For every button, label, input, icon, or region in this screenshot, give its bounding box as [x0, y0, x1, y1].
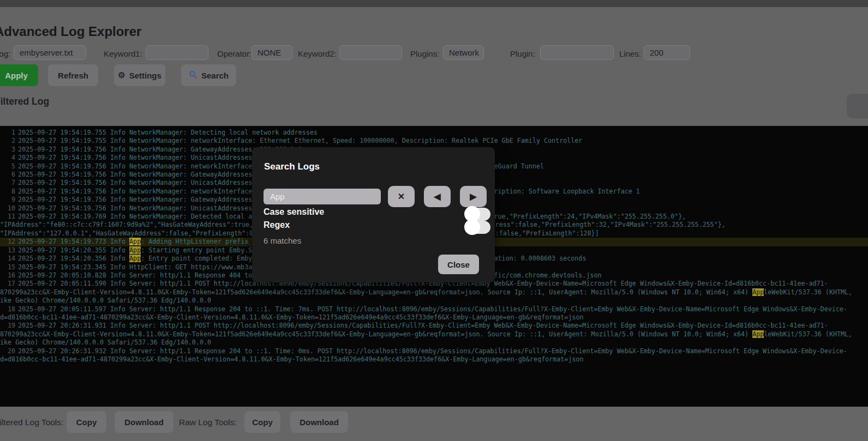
raw-download-button[interactable]: Download	[290, 411, 348, 433]
refresh-button[interactable]: Refresh	[48, 64, 98, 86]
log-row: 870299a23cc&X-Emby-Client-Version=4.8.11…	[0, 288, 868, 297]
case-sensitive-label: Case sensitive	[264, 207, 324, 217]
match-highlight: App	[129, 246, 141, 254]
close-modal-button[interactable]: Close	[438, 255, 479, 274]
close-x-icon: ✕	[398, 191, 405, 202]
footer-toolbar: Filtered Log Tools: Copy Download Raw Lo…	[0, 407, 868, 441]
keyword1-input[interactable]	[146, 45, 208, 60]
next-arrow-icon: ▶	[470, 191, 476, 202]
plugin-label: Plugin:	[510, 49, 535, 58]
log-row: 12025-09-27 19:54:19.755 Info NetworkMan…	[0, 129, 868, 137]
search-button[interactable]: Search	[181, 64, 236, 86]
regex-toggle[interactable]	[465, 221, 490, 234]
toggle-knob	[464, 219, 480, 235]
keyword2-input[interactable]	[339, 45, 402, 60]
modal-search-input[interactable]	[264, 189, 381, 204]
case-sensitive-toggle[interactable]	[465, 208, 490, 221]
raw-copy-button[interactable]: Copy	[244, 411, 280, 433]
next-match-button[interactable]: ▶	[460, 186, 487, 207]
lines-label: Lines:	[619, 49, 641, 58]
operator-label: Operator:	[217, 49, 252, 58]
log-row: 202025-09-27 20:26:31.932 Info Server: h…	[0, 347, 868, 355]
top-strip	[0, 0, 868, 7]
plugin-input[interactable]	[540, 45, 614, 60]
match-highlight: App	[129, 238, 141, 245]
lines-input[interactable]: 200	[644, 45, 690, 60]
log-file-label: Log:	[0, 49, 10, 58]
match-highlight: App	[752, 288, 764, 296]
magnifier-icon	[189, 70, 197, 81]
filtered-download-button[interactable]: Download	[115, 411, 173, 433]
filtered-copy-button[interactable]: Copy	[67, 411, 106, 433]
operator-select[interactable]: NONE	[252, 45, 292, 60]
keyword2-label: Keyword2:	[298, 49, 337, 58]
log-row: 22025-09-27 19:54:19.755 Info NetworkMan…	[0, 137, 868, 145]
search-modal: Search Logs ✕ ◀ ▶ Case sensitive Regex 6…	[252, 147, 495, 282]
gear-icon: ⚙	[118, 70, 125, 80]
log-row: 192025-09-27 20:26:31.931 Info Server: h…	[0, 322, 868, 330]
regex-label: Regex	[264, 220, 290, 230]
keyword1-label: Keyword1:	[104, 49, 142, 58]
log-row: 870299a23cc&X-Emby-Client-Version=4.8.11…	[0, 330, 868, 339]
clear-search-button[interactable]: ✕	[388, 186, 415, 207]
apply-button[interactable]: Apply	[0, 64, 38, 86]
log-row: d=d816b0cc-bc11-41ee-ad71-4870299a23cc&X…	[0, 355, 868, 364]
floating-button[interactable]	[847, 94, 868, 118]
page: Advanced Log Explorer Log: embyserver.tx…	[0, 0, 868, 441]
prev-match-button[interactable]: ◀	[424, 186, 451, 207]
page-title: Advanced Log Explorer	[0, 24, 141, 39]
settings-button[interactable]: ⚙Settings	[114, 64, 165, 86]
filtered-log-heading: Filtered Log	[0, 96, 49, 107]
prev-arrow-icon: ◀	[434, 191, 440, 202]
log-row: ike Gecko) Chrome/140.0.0.0 Safari/537.3…	[0, 297, 868, 305]
modal-title: Search Logs	[264, 161, 320, 172]
log-row: 182025-09-27 20:05:11.597 Info Server: h…	[0, 305, 868, 313]
raw-tools-label: Raw Log Tools:	[179, 418, 237, 427]
match-count: 6 matches	[264, 236, 301, 245]
log-file-input[interactable]: embyserver.txt	[14, 45, 86, 60]
log-row: ike Gecko) Chrome/140.0.0.0 Safari/537.3…	[0, 339, 868, 347]
match-highlight: App	[129, 255, 141, 262]
log-row: d=d816b0cc-bc11-41ee-ad71-4870299a23cc&X…	[0, 313, 868, 322]
match-highlight: App	[752, 330, 764, 338]
plugins-select[interactable]: Network	[443, 45, 484, 60]
filtered-tools-label: Filtered Log Tools:	[0, 418, 63, 427]
plugins-label: Plugins:	[410, 49, 439, 58]
